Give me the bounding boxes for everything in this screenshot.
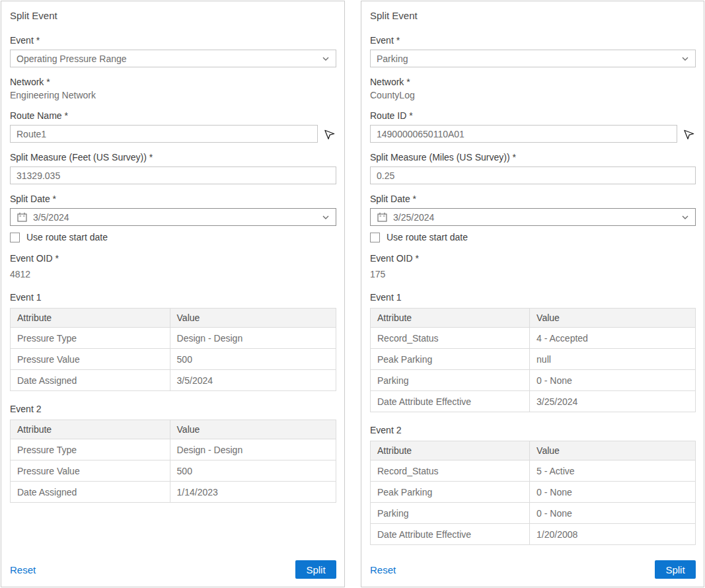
calendar-icon [377,211,388,223]
attribute-cell: Date Attribute Effective [371,524,530,545]
split-date-picker[interactable]: 3/5/2024 [10,208,336,226]
value-column-header: Value [530,309,696,328]
date-field-group: Split Date * 3/25/2024 [370,194,696,226]
table-row: Pressure Value 500 [11,349,336,370]
event-oid-group: Event OID * 4812 [10,253,336,279]
value-cell: Design - Design [170,328,336,349]
table-row: Date Assigned 3/5/2024 [11,370,336,391]
event-select[interactable]: Operating Pressure Range [10,50,336,67]
event2-table: Attribute Value Record_Status 5 - Active… [370,441,696,545]
network-label: Network * [10,77,336,87]
reset-link[interactable]: Reset [370,564,396,575]
split-event-panels: Split Event Event * Operating Pressure R… [0,0,705,588]
event-select-value: Operating Pressure Range [17,54,322,64]
event2-section: Event 2 Attribute Value Pressure Type De… [10,404,336,503]
attribute-cell: Parking [371,503,530,524]
use-route-start-date-row: Use route start date [370,232,696,242]
use-route-start-date-checkbox[interactable] [370,233,380,242]
reset-link[interactable]: Reset [10,564,36,575]
event-oid-label: Event OID * [10,253,336,264]
use-route-start-date-checkbox[interactable] [10,233,20,242]
table-row: Parking 0 - None [371,370,696,391]
table-header-row: Attribute Value [11,420,336,439]
route-input[interactable] [370,125,677,143]
attribute-cell: Date Attribute Effective [371,391,530,412]
measure-label: Split Measure (Feet (US Survey)) * [10,152,336,163]
route-select-pointer-icon[interactable] [324,128,336,140]
attribute-column-header: Attribute [11,420,170,439]
event2-section: Event 2 Attribute Value Record_Status 5 … [370,425,696,545]
split-button[interactable]: Split [655,560,696,579]
attribute-column-header: Attribute [371,441,530,460]
event-select-value: Parking [377,54,681,64]
event1-heading: Event 1 [370,292,696,303]
split-button[interactable]: Split [295,560,336,579]
attribute-cell: Record_Status [371,460,530,482]
split-event-panel-left: Split Event Event * Operating Pressure R… [1,1,345,587]
table-header-row: Attribute Value [371,441,696,460]
attribute-cell: Pressure Value [11,460,170,482]
split-date-picker[interactable]: 3/25/2024 [370,208,696,226]
table-row: Date Attribute Effective 3/25/2024 [371,391,696,412]
date-field-group: Split Date * 3/5/2024 [10,194,336,226]
event1-table: Attribute Value Pressure Type Design - D… [10,308,336,391]
attribute-cell: Record_Status [371,328,530,349]
use-route-start-date-row: Use route start date [10,232,336,242]
value-cell: 3/25/2024 [530,391,696,412]
chevron-down-icon [681,213,689,221]
network-value: Engineering Network [10,90,336,100]
measure-field-group: Split Measure (Miles (US Survey)) * [370,152,696,184]
panel-title: Split Event [10,10,336,21]
value-column-header: Value [170,309,336,328]
event-field-group: Event * Operating Pressure Range [10,35,336,67]
event-label: Event * [10,35,336,46]
table-header-row: Attribute Value [11,309,336,328]
panel-footer: Reset Split [370,560,696,579]
event-select[interactable]: Parking [370,50,696,67]
table-row: Parking 0 - None [371,503,696,524]
attribute-column-header: Attribute [11,309,170,328]
network-group: Network * Engineering Network [10,77,336,110]
split-date-value: 3/25/2024 [393,212,681,223]
split-measure-input[interactable] [10,166,336,184]
event-oid-group: Event OID * 175 [370,253,696,279]
value-cell: 5 - Active [530,460,696,482]
event1-heading: Event 1 [10,292,336,303]
value-column-header: Value [530,441,696,460]
event-oid-label: Event OID * [370,253,696,264]
value-cell: 4 - Accepted [530,328,696,349]
route-input[interactable] [10,125,318,143]
table-row: Record_Status 4 - Accepted [371,328,696,349]
use-route-start-date-label: Use route start date [26,232,108,242]
network-value: CountyLog [370,90,696,100]
attribute-column-header: Attribute [371,309,530,328]
route-field-group: Route Name * [10,110,336,143]
value-cell: 1/20/2008 [530,524,696,545]
attribute-cell: Peak Parking [371,349,530,370]
measure-label: Split Measure (Miles (US Survey)) * [370,152,696,163]
event-label: Event * [370,35,696,46]
table-row: Pressure Type Design - Design [11,328,336,349]
table-row: Peak Parking 0 - None [371,482,696,503]
split-date-label: Split Date * [370,194,696,204]
value-column-header: Value [170,420,336,439]
value-cell: Design - Design [170,439,336,460]
split-measure-input[interactable] [370,166,696,184]
route-select-pointer-icon[interactable] [683,128,696,140]
table-row: Peak Parking null [371,349,696,370]
measure-field-group: Split Measure (Feet (US Survey)) * [10,152,336,184]
value-cell: 0 - None [530,482,696,503]
table-row: Date Assigned 1/14/2023 [11,482,336,503]
table-row: Pressure Type Design - Design [11,439,336,460]
attribute-cell: Peak Parking [371,482,530,503]
attribute-cell: Pressure Type [11,439,170,460]
network-label: Network * [370,77,696,87]
attribute-cell: Pressure Value [11,349,170,370]
attribute-cell: Date Assigned [11,482,170,503]
event1-section: Event 1 Attribute Value Record_Status 4 … [370,292,696,412]
split-date-label: Split Date * [10,194,336,204]
panel-footer: Reset Split [10,560,336,579]
value-cell: 500 [170,460,336,482]
event-oid-value: 4812 [10,269,336,279]
panel-title: Split Event [370,10,696,21]
